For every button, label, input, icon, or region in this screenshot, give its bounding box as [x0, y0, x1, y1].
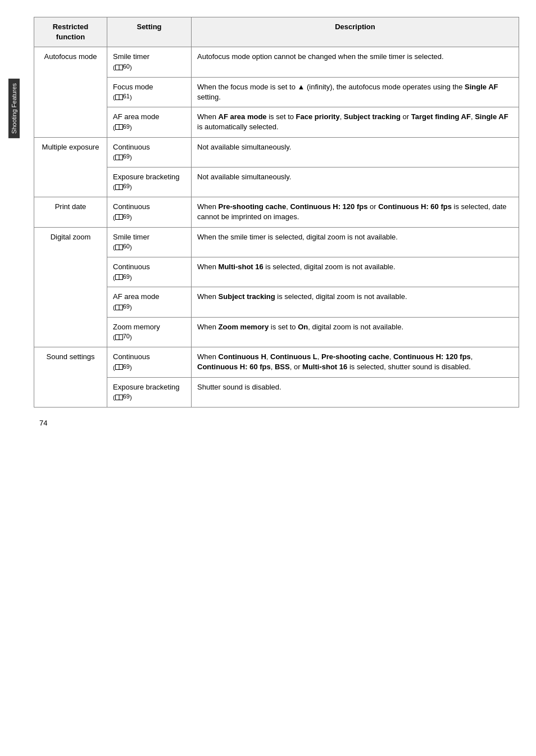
description-cell: When Zoom memory is set to On, digital z…	[192, 317, 519, 347]
page-wrapper: Shooting Features Restricted function Se…	[0, 0, 536, 756]
description-cell: When AF area mode is set to Face priorit…	[192, 107, 519, 137]
table-row: Focus mode(61)When the focus mode is set…	[34, 77, 519, 107]
page-footer: 74	[34, 419, 519, 427]
description-cell: When Subject tracking is selected, digit…	[192, 287, 519, 317]
header-setting: Setting	[107, 17, 192, 47]
table-row: Autofocus modeSmile timer(60)Autofocus m…	[34, 47, 519, 77]
main-content: Restricted function Setting Description …	[28, 11, 536, 745]
header-description: Description	[192, 17, 519, 47]
table-row: Zoom memory(70)When Zoom memory is set t…	[34, 317, 519, 347]
features-table: Restricted function Setting Description …	[34, 17, 519, 408]
table-row: AF area mode(69)When AF area mode is set…	[34, 107, 519, 137]
setting-cell: Continuous(69)	[107, 197, 192, 227]
table-header-row: Restricted function Setting Description	[34, 17, 519, 47]
group-label-cell: Digital zoom	[34, 227, 107, 347]
setting-cell: AF area mode(69)	[107, 107, 192, 137]
group-label-cell: Autofocus mode	[34, 47, 107, 137]
setting-cell: Continuous(69)	[107, 257, 192, 287]
table-row: AF area mode(69)When Subject tracking is…	[34, 287, 519, 317]
description-cell: Autofocus mode option cannot be changed …	[192, 47, 519, 77]
group-label-cell: Multiple exposure	[34, 137, 107, 197]
description-cell: Shutter sound is disabled.	[192, 377, 519, 407]
table-row: Exposure bracketing(69)Shutter sound is …	[34, 377, 519, 407]
page-number: 74	[39, 419, 47, 427]
table-row: Print dateContinuous(69)When Pre-shootin…	[34, 197, 519, 227]
setting-cell: Continuous(69)	[107, 347, 192, 377]
description-cell: Not available simultaneously.	[192, 137, 519, 167]
description-cell: When Pre-shooting cache, Continuous H: 1…	[192, 197, 519, 227]
sidebar-label: Shooting Features	[8, 79, 20, 138]
setting-cell: Zoom memory(70)	[107, 317, 192, 347]
header-restricted: Restricted function	[34, 17, 107, 47]
setting-cell: Smile timer(60)	[107, 47, 192, 77]
setting-cell: Focus mode(61)	[107, 77, 192, 107]
description-cell: When Continuous H, Continuous L, Pre-sho…	[192, 347, 519, 377]
group-label-cell: Print date	[34, 197, 107, 227]
description-cell: Not available simultaneously.	[192, 167, 519, 197]
table-row: Exposure bracketing(69)Not available sim…	[34, 167, 519, 197]
group-label-cell: Sound settings	[34, 347, 107, 408]
description-cell: When the smile timer is selected, digita…	[192, 227, 519, 257]
description-cell: When the focus mode is set to ▲ (infinit…	[192, 77, 519, 107]
table-row: Sound settingsContinuous(69)When Continu…	[34, 347, 519, 377]
setting-cell: Exposure bracketing(69)	[107, 167, 192, 197]
table-row: Digital zoomSmile timer(60)When the smil…	[34, 227, 519, 257]
description-cell: When Multi-shot 16 is selected, digital …	[192, 257, 519, 287]
setting-cell: Exposure bracketing(69)	[107, 377, 192, 407]
table-row: Multiple exposureContinuous(69)Not avail…	[34, 137, 519, 167]
setting-cell: AF area mode(69)	[107, 287, 192, 317]
sidebar: Shooting Features	[0, 11, 28, 745]
setting-cell: Continuous(69)	[107, 137, 192, 167]
table-row: Continuous(69)When Multi-shot 16 is sele…	[34, 257, 519, 287]
setting-cell: Smile timer(60)	[107, 227, 192, 257]
